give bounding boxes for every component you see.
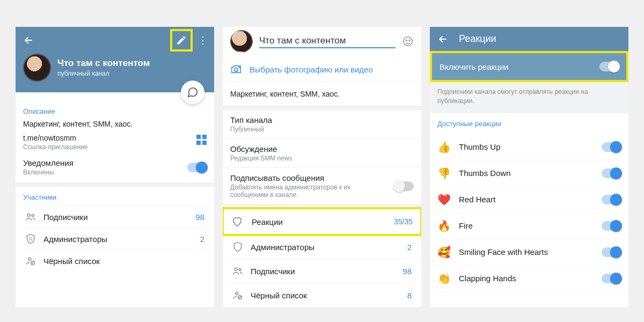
reaction-emoji: 🔥: [437, 219, 452, 232]
qr-icon[interactable]: [196, 135, 207, 145]
enable-reactions-highlight[interactable]: Включить реакции: [430, 51, 628, 82]
reaction-toggle[interactable]: [602, 142, 621, 152]
back-icon[interactable]: [437, 34, 448, 45]
reaction-emoji: ❤️: [437, 193, 452, 206]
reaction-name: Clapping Hands: [459, 274, 602, 283]
avatar[interactable]: [23, 54, 51, 82]
reaction-toggle[interactable]: [602, 247, 621, 257]
channel-type-value: Публичный: [230, 126, 414, 133]
invite-link[interactable]: t.me/nowtosmm: [23, 134, 87, 142]
emoji-icon[interactable]: [402, 35, 414, 47]
reaction-toggle[interactable]: [602, 274, 621, 283]
reactions-list: 👍Thumbs Up👎Thumbs Down❤️Red Heart🔥Fire🥰S…: [430, 134, 628, 292]
reactions-settings-pane: Реакции Включить реакции Подписчики кана…: [430, 27, 628, 307]
channel-description: Маркетинг, контент, SMM, хаос.: [23, 120, 207, 128]
reactions-helper: Подписчики канала смогут отправлять реак…: [430, 82, 628, 113]
admins-count: 2: [200, 235, 204, 244]
message-fab[interactable]: [181, 80, 204, 104]
reaction-name: Thumbs Up: [459, 142, 602, 151]
admins-row[interactable]: Администраторы 2: [230, 235, 414, 259]
channel-type-row[interactable]: Тип канала Публичный: [223, 110, 421, 139]
reaction-toggle[interactable]: [602, 169, 621, 178]
sign-toggle[interactable]: [394, 181, 414, 191]
channel-type-title: Тип канала: [230, 115, 414, 125]
reaction-row[interactable]: 👎Thumbs Down: [430, 160, 628, 187]
discussion-value: Редакция SMM news: [230, 155, 414, 162]
available-reactions-label: Доступные реакции: [437, 120, 621, 128]
admins-count: 2: [407, 243, 412, 252]
invite-link-sub: Ссылка-приглашение: [23, 143, 87, 151]
section-description-label: Описание: [23, 107, 207, 115]
edit-highlight-box: [170, 29, 193, 52]
reaction-emoji: 👏: [437, 272, 452, 285]
reactions-row-highlight[interactable]: Реакции 35/35: [223, 207, 421, 236]
reaction-name: Thumbs Down: [459, 169, 602, 178]
channel-subtitle: публичный канал: [57, 70, 150, 77]
sign-messages-row[interactable]: Подписывать сообщения Добавлять имена ад…: [223, 168, 421, 208]
reaction-name: Red Heart: [459, 195, 602, 204]
subscribers-row[interactable]: Подписчики 98: [23, 206, 207, 228]
reaction-emoji: 👍: [437, 141, 452, 153]
enable-reactions-label: Включить реакции: [440, 62, 508, 71]
reaction-emoji: 🥰: [437, 246, 452, 259]
reactions-label: Реакции: [252, 217, 394, 226]
shield-icon: [230, 241, 245, 252]
enable-reactions-toggle[interactable]: [599, 62, 619, 71]
blocked-icon: [230, 290, 245, 301]
camera-icon: [230, 63, 242, 75]
choose-photo-row[interactable]: Выбрать фотографию или видео: [223, 57, 421, 82]
notifications-label: Уведомления: [23, 158, 74, 167]
svg-point-10: [236, 292, 238, 295]
reaction-toggle[interactable]: [602, 195, 621, 204]
description-field[interactable]: Маркетинг, контент, SMM, хаос.: [223, 82, 421, 110]
blacklist-count: 8: [407, 291, 412, 300]
subscribers-count: 98: [195, 213, 204, 222]
admins-label: Администраторы: [43, 235, 200, 244]
avatar[interactable]: [230, 30, 253, 53]
channel-info-pane: ⋮ Что там с контентом публичный канал Оп…: [16, 27, 214, 307]
choose-photo-label: Выбрать фотографию или видео: [250, 65, 373, 74]
blacklist-label: Чёрный список: [43, 257, 207, 266]
shield-icon: [23, 233, 38, 244]
page-title: Реакции: [459, 33, 496, 45]
svg-point-7: [235, 68, 238, 71]
svg-point-0: [27, 214, 30, 216]
subscribers-label: Подписчики: [43, 213, 195, 222]
pencil-icon[interactable]: [176, 35, 187, 46]
sign-title: Подписывать сообщения: [230, 173, 389, 182]
reaction-row[interactable]: 🥰Smiling Face with Hearts: [430, 239, 628, 266]
channel-name-input[interactable]: [259, 34, 396, 48]
reaction-row[interactable]: 👍Thumbs Up: [430, 134, 628, 160]
channel-title: Что там с контентом: [57, 58, 150, 69]
reaction-row[interactable]: 👏Clapping Hands: [430, 266, 628, 292]
more-icon[interactable]: ⋮: [198, 34, 207, 46]
members-label: Участники: [23, 193, 207, 201]
blacklist-row[interactable]: Чёрный список 8: [230, 283, 414, 307]
sign-sub: Добавлять имена администраторов к их соо…: [230, 184, 389, 199]
discussion-title: Обсуждение: [230, 144, 414, 153]
svg-point-4: [404, 37, 413, 46]
admins-label: Администраторы: [251, 243, 407, 252]
reaction-row[interactable]: ❤️Red Heart: [430, 187, 628, 213]
svg-point-1: [32, 214, 34, 216]
people-icon: [230, 266, 245, 276]
reaction-row[interactable]: 🔥Fire: [430, 213, 628, 239]
back-icon[interactable]: [23, 35, 34, 46]
channel-header: ⋮ Что там с контентом публичный канал: [16, 27, 214, 92]
heart-icon: [231, 216, 243, 228]
admins-row[interactable]: Администраторы 2: [23, 228, 207, 250]
discussion-row[interactable]: Обсуждение Редакция SMM news: [223, 139, 421, 168]
reaction-toggle[interactable]: [602, 221, 621, 231]
blacklist-row[interactable]: Чёрный список: [23, 250, 207, 272]
svg-point-9: [239, 268, 241, 270]
reactions-count: 35/35: [394, 217, 413, 226]
subscribers-count: 98: [402, 267, 412, 276]
svg-point-6: [409, 40, 410, 41]
blacklist-label: Чёрный список: [251, 291, 407, 300]
channel-edit-pane: Выбрать фотографию или видео Маркетинг, …: [223, 27, 421, 307]
notifications-toggle[interactable]: [187, 163, 207, 172]
svg-point-8: [235, 268, 237, 270]
blocked-icon: [23, 255, 38, 266]
svg-point-2: [28, 258, 31, 260]
subscribers-row[interactable]: Подписчики 98: [230, 259, 414, 283]
